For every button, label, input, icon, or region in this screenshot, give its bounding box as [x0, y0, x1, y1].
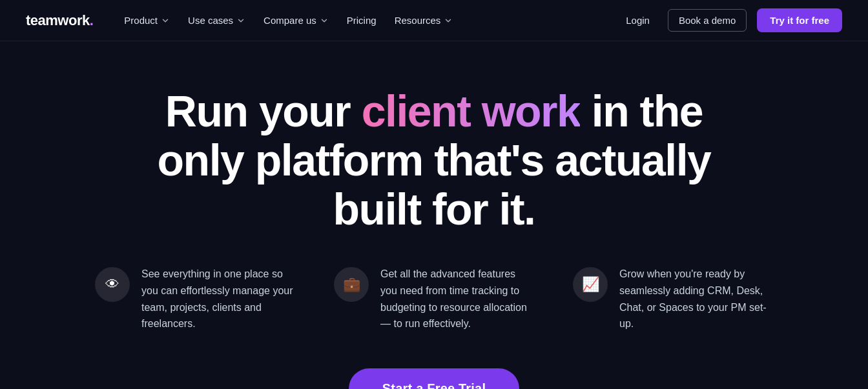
- hero-title-start: Run your: [165, 86, 362, 135]
- start-free-trial-button[interactable]: Start a Free Trial: [349, 368, 519, 389]
- chevron-down-icon: [161, 16, 170, 25]
- logo-dot: .: [90, 12, 94, 28]
- logo-text: teamwork: [26, 12, 90, 28]
- chevron-down-icon: [444, 16, 453, 25]
- cta-section: Start a Free Trial No credit card requir…: [349, 368, 519, 389]
- login-link[interactable]: Login: [618, 10, 657, 31]
- features-row: 👁See everything in one place so you can …: [79, 266, 789, 332]
- feature-item-2: 📈Grow when you're ready by seamlessly ad…: [573, 266, 773, 332]
- hero-title: Run your client work in the only platfor…: [143, 86, 725, 234]
- try-free-button[interactable]: Try it for free: [757, 8, 842, 32]
- feature-icon-2: 📈: [573, 267, 608, 302]
- navbar: teamwork. ProductUse casesCompare usPric…: [0, 0, 868, 41]
- nav-item-use-cases[interactable]: Use cases: [180, 10, 253, 31]
- feature-text-0: See everything in one place so you can e…: [141, 266, 295, 332]
- logo[interactable]: teamwork.: [26, 12, 93, 29]
- chevron-down-icon: [320, 16, 329, 25]
- nav-left: teamwork. ProductUse casesCompare usPric…: [26, 10, 460, 31]
- feature-text-1: Get all the advanced features you need f…: [380, 266, 534, 332]
- nav-item-compare-us[interactable]: Compare us: [256, 10, 336, 31]
- nav-right: Login Book a demo Try it for free: [618, 8, 842, 32]
- feature-item-1: 💼Get all the advanced features you need …: [334, 266, 534, 332]
- hero-title-highlight: client work: [362, 86, 581, 135]
- nav-item-resources[interactable]: Resources: [387, 10, 461, 31]
- feature-icon-0: 👁: [95, 267, 130, 302]
- nav-item-pricing[interactable]: Pricing: [339, 10, 384, 31]
- feature-text-2: Grow when you're ready by seamlessly add…: [619, 266, 773, 332]
- feature-icon-1: 💼: [334, 267, 369, 302]
- hero-section: Run your client work in the only platfor…: [0, 41, 868, 389]
- nav-item-product[interactable]: Product: [116, 10, 178, 31]
- feature-item-0: 👁See everything in one place so you can …: [95, 266, 295, 332]
- book-demo-link[interactable]: Book a demo: [668, 9, 747, 32]
- nav-menu: ProductUse casesCompare usPricingResourc…: [116, 10, 460, 31]
- chevron-down-icon: [236, 16, 245, 25]
